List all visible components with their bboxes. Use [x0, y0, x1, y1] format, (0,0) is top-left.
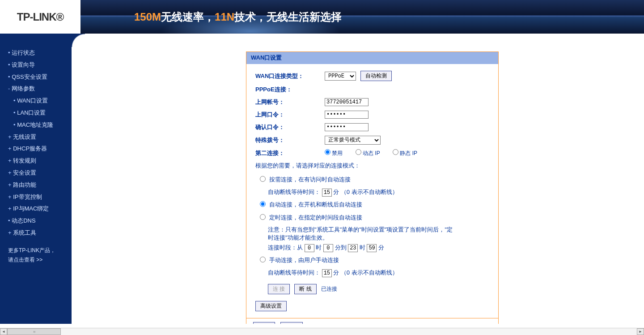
- mode4-timeout-input[interactable]: [322, 269, 332, 277]
- sidebar-item-13[interactable]: IP与MAC绑定: [4, 203, 67, 215]
- connection-status: 已连接: [321, 286, 337, 292]
- mode3-range: 连接时段：从 时 分到 时 分: [255, 244, 489, 252]
- mode3-m1-input[interactable]: [323, 244, 333, 252]
- mode3-note: 注意：只有当您到"系统工具"菜单的"时间设置"项设置了当前时间后，"定时连接"功…: [255, 226, 457, 242]
- second-conn-disable-radio[interactable]: [325, 149, 330, 155]
- help-button[interactable]: 帮 助: [280, 322, 302, 324]
- second-conn-label: 第二连接：: [255, 149, 325, 157]
- mode3-h2-input[interactable]: [348, 244, 358, 252]
- sidebar-item-9[interactable]: 转发规则: [4, 155, 67, 167]
- password-label: 上网口令：: [255, 111, 325, 119]
- sidebar-item-1[interactable]: 设置向导: [4, 59, 67, 71]
- sidebar-item-3[interactable]: 网络参数: [4, 83, 67, 95]
- confirm-label: 确认口令：: [255, 123, 325, 131]
- mode-scheduled-label: 定时连接，在指定的时间段自动连接: [269, 213, 489, 223]
- sidebar: 运行状态设置向导QSS安全设置网络参数WAN口设置LAN口设置MAC地址克隆无线…: [0, 34, 72, 324]
- second-conn-staticip-radio[interactable]: [393, 149, 398, 155]
- banner-11n: 11N: [215, 11, 234, 23]
- sidebar-item-14[interactable]: 动态DNS: [4, 215, 67, 227]
- mode-scheduled-radio[interactable]: [260, 214, 266, 220]
- second-conn-dynip-radio[interactable]: [356, 149, 361, 155]
- sidebar-item-10[interactable]: 安全设置: [4, 167, 67, 179]
- sidebar-item-6[interactable]: MAC地址克隆: [4, 119, 67, 131]
- sidebar-item-8[interactable]: DHCP服务器: [4, 143, 67, 155]
- footer-buttons: 保 存 帮 助: [246, 318, 499, 324]
- mode1-timeout-input[interactable]: [322, 189, 332, 197]
- username-input[interactable]: [325, 98, 369, 106]
- sidebar-item-11[interactable]: 路由功能: [4, 179, 67, 191]
- save-button[interactable]: 保 存: [253, 322, 275, 324]
- username-label: 上网帐号：: [255, 98, 325, 106]
- mode3-m2-input[interactable]: [367, 244, 377, 252]
- special-dial-select[interactable]: 正常拨号模式: [325, 136, 381, 145]
- main-content: WAN口设置 WAN口连接类型： PPPoE 自动检测 PPPoE连接：: [72, 34, 644, 324]
- logo: TP-LINK®: [0, 0, 80, 34]
- sidebar-item-5[interactable]: LAN口设置: [4, 107, 67, 119]
- connect-button[interactable]: 连 接: [268, 284, 290, 294]
- mode3-h1-input[interactable]: [305, 244, 314, 252]
- pppoe-conn-label: PPPoE连接：: [255, 86, 325, 94]
- conn-type-select[interactable]: PPPoE: [325, 72, 356, 81]
- special-dial-label: 特殊拨号：: [255, 136, 325, 144]
- mode-auto-radio[interactable]: [260, 201, 266, 207]
- mode-manual-label: 手动连接，由用户手动连接: [269, 256, 489, 265]
- sidebar-item-2[interactable]: QSS安全设置: [4, 71, 67, 83]
- mode1-timeout: 自动断线等待时间： 分 （0 表示不自动断线）: [255, 188, 489, 197]
- conn-type-label: WAN口连接类型：: [255, 72, 325, 80]
- confirm-input[interactable]: [325, 123, 369, 131]
- mode-auto-label: 自动连接，在开机和断线后自动连接: [269, 200, 489, 210]
- banner: 150M无线速率，11N技术，无线生活新选择: [80, 0, 644, 34]
- header: TP-LINK® 150M无线速率，11N技术，无线生活新选择: [0, 0, 644, 34]
- mode-manual-radio[interactable]: [260, 257, 266, 262]
- advanced-button[interactable]: 高级设置: [255, 301, 287, 311]
- sidebar-item-0[interactable]: 运行状态: [4, 47, 67, 59]
- mode-intro: 根据您的需要，请选择对应的连接模式：: [255, 162, 489, 170]
- wan-settings-panel: WAN口设置 WAN口连接类型： PPPoE 自动检测 PPPoE连接：: [246, 52, 499, 318]
- sidebar-item-7[interactable]: 无线设置: [4, 131, 67, 143]
- sidebar-more[interactable]: 更多TP-LINK产品，请点击查看 >>: [4, 239, 67, 272]
- panel-title: WAN口设置: [246, 52, 498, 64]
- disconnect-button[interactable]: 断 线: [294, 284, 316, 294]
- sidebar-item-4[interactable]: WAN口设置: [4, 95, 67, 107]
- banner-150m: 150M: [134, 11, 161, 23]
- sidebar-item-12[interactable]: IP带宽控制: [4, 191, 67, 203]
- mode4-timeout: 自动断线等待时间： 分 （0 表示不自动断线）: [255, 269, 489, 277]
- mode-ondemand-radio[interactable]: [260, 176, 266, 182]
- mode-ondemand-label: 按需连接，在有访问时自动连接: [269, 175, 489, 185]
- sidebar-item-15[interactable]: 系统工具: [4, 227, 67, 239]
- auto-detect-button[interactable]: 自动检测: [360, 71, 392, 81]
- password-input[interactable]: [325, 111, 369, 119]
